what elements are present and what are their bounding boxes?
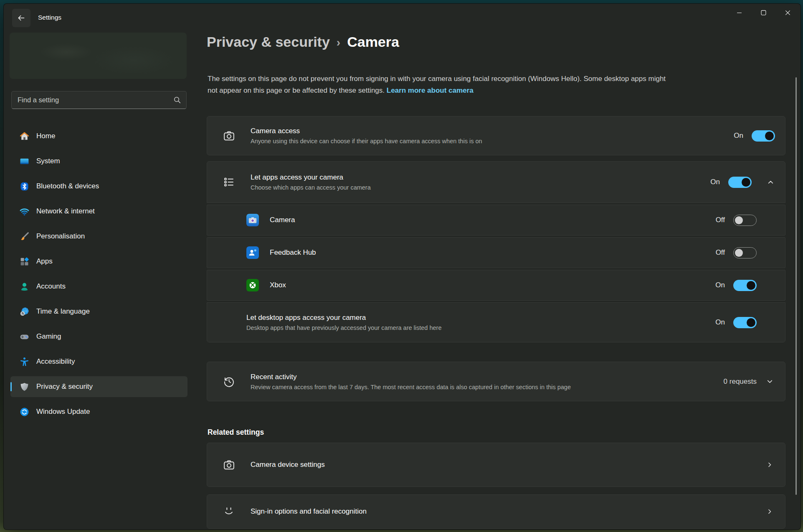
sidebar-item-accounts[interactable]: Accounts xyxy=(10,276,187,297)
chevron-down-icon[interactable] xyxy=(765,378,774,385)
camera-device-settings-label: Camera device settings xyxy=(251,461,325,469)
camera-icon xyxy=(222,129,236,142)
sidebar-item-gaming[interactable]: Gaming xyxy=(10,326,187,347)
sidebar-item-home[interactable]: Home xyxy=(10,126,187,147)
home-icon xyxy=(19,131,30,142)
let-apps-toggle[interactable] xyxy=(728,177,752,188)
apps-grid-icon xyxy=(19,256,30,267)
sidebar-item-apps[interactable]: Apps xyxy=(10,251,187,272)
sidebar-hero-image xyxy=(10,33,187,79)
window-controls xyxy=(727,4,800,21)
toggle-knob xyxy=(747,281,755,290)
sign-in-smile-icon xyxy=(222,505,236,518)
search-input[interactable] xyxy=(12,96,173,104)
desktop-apps-description: Desktop apps that have previously access… xyxy=(246,324,441,331)
let-apps-title: Let apps access your camera xyxy=(251,173,371,182)
search-icon xyxy=(173,96,181,104)
scrollbar-thumb[interactable] xyxy=(795,77,797,495)
app-list-icon xyxy=(222,176,236,188)
page-title: Camera xyxy=(347,34,399,50)
chevron-right-icon xyxy=(765,461,774,468)
app-row-camera: Camera Off xyxy=(207,205,785,236)
back-arrow-icon xyxy=(17,14,25,22)
learn-more-link[interactable]: Learn more about camera xyxy=(387,86,474,94)
app-row-state-label: Off xyxy=(716,248,725,257)
app-row-name: Feedback Hub xyxy=(270,248,316,257)
minimize-icon xyxy=(737,10,742,15)
camera-access-card: Camera access Anyone using this device c… xyxy=(207,116,785,155)
related-settings-heading: Related settings xyxy=(208,428,264,437)
breadcrumb: Privacy & security › Camera xyxy=(207,34,399,50)
let-apps-expander-header[interactable]: Let apps access your camera Choose which… xyxy=(207,161,785,203)
camera-access-state-label: On xyxy=(734,132,743,140)
camera-app-toggle[interactable] xyxy=(733,215,757,226)
page-description: The settings on this page do not prevent… xyxy=(208,73,666,96)
app-row-name: Camera xyxy=(270,216,295,224)
personalisation-brush-icon xyxy=(19,231,30,242)
let-apps-description: Choose which apps can access your camera xyxy=(251,184,371,191)
history-icon xyxy=(222,375,236,388)
minimize-button[interactable] xyxy=(727,4,751,21)
feedback-hub-toggle[interactable] xyxy=(733,247,757,258)
toggle-knob xyxy=(742,178,750,187)
app-row-feedback-hub: Feedback Hub Off xyxy=(207,237,785,268)
privacy-security-shield-icon xyxy=(19,381,30,392)
toggle-knob xyxy=(735,216,743,224)
back-button[interactable] xyxy=(12,9,30,27)
camera-icon xyxy=(222,459,236,471)
app-row-name: Xbox xyxy=(270,281,286,289)
sign-in-options-card[interactable]: Sign-in options and facial recognition xyxy=(207,494,785,529)
desktop-apps-card: Let desktop apps access your camera Desk… xyxy=(207,302,785,342)
camera-access-title: Camera access xyxy=(251,127,482,135)
sidebar-item-privacy-security[interactable]: Privacy & security xyxy=(10,376,187,397)
app-row-state-label: Off xyxy=(716,216,725,224)
camera-device-settings-card[interactable]: Camera device settings xyxy=(207,443,785,487)
settings-window: Settings Home System Bluetooth & device xyxy=(3,3,801,530)
camera-access-description: Anyone using this device can choose if t… xyxy=(251,138,482,144)
desktop-apps-title: Let desktop apps access your camera xyxy=(246,314,441,322)
sidebar-item-time-language[interactable]: Time & language xyxy=(10,301,187,322)
sidebar-item-system[interactable]: System xyxy=(10,151,187,172)
recent-activity-title: Recent activity xyxy=(251,373,571,381)
breadcrumb-separator-icon: › xyxy=(337,36,340,49)
time-language-globe-clock-icon xyxy=(19,306,30,317)
sidebar-item-network-internet[interactable]: Network & internet xyxy=(10,201,187,222)
sidebar-nav: Home System Bluetooth & devices Network … xyxy=(10,126,187,426)
recent-activity-count: 0 requests xyxy=(724,377,757,386)
breadcrumb-parent[interactable]: Privacy & security xyxy=(207,34,330,50)
gaming-controller-icon xyxy=(19,331,30,342)
search-box xyxy=(11,91,187,109)
xbox-toggle[interactable] xyxy=(733,280,757,291)
close-button[interactable] xyxy=(775,4,800,21)
chevron-up-icon[interactable] xyxy=(766,179,775,186)
bluetooth-icon xyxy=(19,181,30,192)
feedback-hub-icon xyxy=(246,246,259,259)
close-icon xyxy=(785,10,790,15)
let-apps-state-label: On xyxy=(710,178,720,186)
recent-activity-description: Review camera access from the last 7 day… xyxy=(251,384,571,390)
app-row-xbox: Xbox On xyxy=(207,270,785,301)
sidebar-item-accessibility[interactable]: Accessibility xyxy=(10,351,187,372)
app-row-state-label: On xyxy=(715,281,725,289)
network-wifi-icon xyxy=(19,206,30,217)
desktop-apps-toggle[interactable] xyxy=(733,317,757,328)
page-description-line1: The settings on this page do not prevent… xyxy=(208,75,666,83)
maximize-button[interactable] xyxy=(751,4,775,21)
accounts-person-icon xyxy=(19,281,30,292)
sidebar-item-bluetooth-devices[interactable]: Bluetooth & devices xyxy=(10,176,187,197)
system-icon xyxy=(19,156,30,167)
accessibility-person-icon xyxy=(19,356,30,367)
toggle-knob xyxy=(735,249,743,257)
camera-access-toggle[interactable] xyxy=(752,130,775,142)
sign-in-options-label: Sign-in options and facial recognition xyxy=(251,507,367,516)
toggle-knob xyxy=(747,318,755,327)
windows-update-icon xyxy=(19,406,30,417)
app-title: Settings xyxy=(38,14,61,21)
recent-activity-card[interactable]: Recent activity Review camera access fro… xyxy=(207,362,785,401)
desktop-apps-state-label: On xyxy=(715,318,725,327)
sidebar-item-windows-update[interactable]: Windows Update xyxy=(10,401,187,422)
sidebar-item-personalisation[interactable]: Personalisation xyxy=(10,226,187,247)
xbox-app-icon xyxy=(246,279,259,291)
chevron-right-icon xyxy=(765,508,774,515)
camera-app-icon xyxy=(246,214,259,226)
